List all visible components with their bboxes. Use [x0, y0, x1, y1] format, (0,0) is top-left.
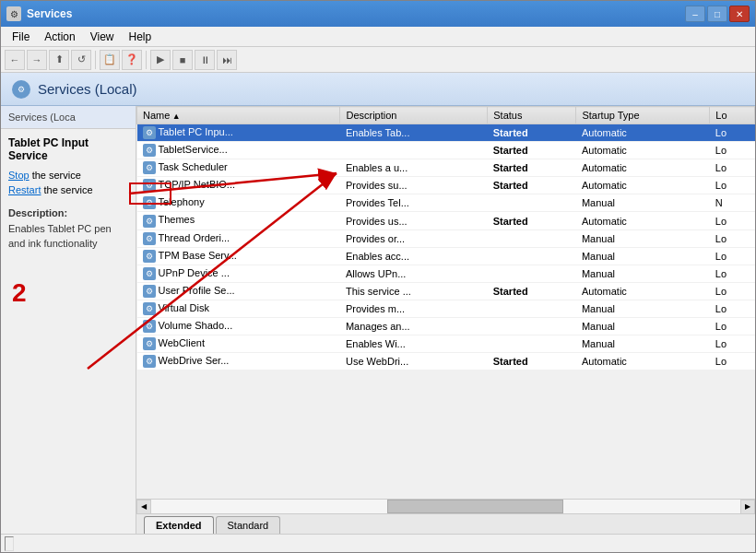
up-button[interactable]: ⬆: [49, 50, 69, 70]
cell-status: Started: [488, 142, 576, 159]
right-pane: Name Description Status Startup Type Lo …: [136, 106, 755, 534]
info-button[interactable]: ❓: [122, 50, 142, 70]
description-title: Description:: [8, 206, 128, 220]
scroll-track[interactable]: [151, 500, 740, 513]
cell-startup: Manual: [576, 335, 710, 353]
minimize-button[interactable]: –: [685, 6, 705, 22]
content-header: ⚙ Services (Local): [1, 73, 755, 106]
service-icon: ⚙: [143, 250, 156, 263]
menu-action[interactable]: Action: [37, 29, 82, 45]
toolbar: ← → ⬆ ↺ 📋 ❓ ▶ ■ ⏸ ⏭: [1, 47, 755, 73]
cell-name: ⚙WebDrive Ser...: [137, 353, 340, 371]
cell-name: ⚙TabletService...: [137, 142, 340, 159]
scroll-right-button[interactable]: ▶: [740, 500, 755, 514]
cell-startup: Manual: [576, 318, 710, 335]
horizontal-scrollbar[interactable]: ◀ ▶: [136, 499, 755, 513]
cell-description: Provides m...: [340, 300, 488, 317]
menu-help[interactable]: Help: [122, 29, 159, 45]
col-status[interactable]: Status: [488, 107, 576, 124]
col-name[interactable]: Name: [137, 107, 340, 124]
cell-description: Provides su...: [340, 177, 488, 194]
pause-service-button[interactable]: ⏸: [195, 50, 215, 70]
cell-logon: Lo: [710, 335, 755, 353]
cell-status: Started: [488, 212, 576, 229]
cell-description: Provides or...: [340, 229, 488, 247]
menu-file[interactable]: File: [5, 29, 37, 45]
col-description[interactable]: Description: [340, 107, 488, 124]
start-service-button[interactable]: ▶: [150, 50, 171, 70]
cell-logon: Lo: [710, 353, 755, 371]
table-row[interactable]: ⚙Tablet PC Inpu...Enables Tab...StartedA…: [137, 124, 755, 142]
scroll-thumb[interactable]: [387, 500, 564, 513]
cell-description: This service ...: [340, 282, 488, 300]
view-button[interactable]: 📋: [100, 50, 120, 70]
close-button[interactable]: ✕: [729, 6, 750, 22]
service-icon: ⚙: [143, 196, 156, 209]
description-text: Enables Tablet PC pen and ink functional…: [8, 223, 112, 248]
stop-link[interactable]: Stop: [8, 170, 30, 181]
refresh-button[interactable]: ↺: [71, 50, 91, 70]
table-row[interactable]: ⚙WebDrive Ser...Use WebDri...StartedAuto…: [137, 353, 755, 371]
col-logon[interactable]: Lo: [710, 107, 755, 124]
table-row[interactable]: ⚙Thread Orderi...Provides or...ManualLo: [137, 229, 755, 247]
cell-startup: Manual: [576, 265, 710, 282]
cell-logon: Lo: [710, 229, 755, 247]
cell-logon: Lo: [710, 142, 755, 159]
table-row[interactable]: ⚙WebClientEnables Wi...ManualLo: [137, 335, 755, 353]
cell-name: ⚙WebClient: [137, 335, 340, 353]
table-row[interactable]: ⚙TPM Base Serv...Enables acc...ManualLo: [137, 247, 755, 265]
cell-startup: Manual: [576, 300, 710, 317]
content-title: Services (Local): [38, 81, 137, 97]
scroll-left-button[interactable]: ◀: [136, 500, 151, 514]
stop-service-button[interactable]: ■: [172, 50, 193, 70]
table-row[interactable]: ⚙ThemesProvides us...StartedAutomaticLo: [137, 212, 755, 229]
cell-logon: Lo: [710, 318, 755, 335]
cell-name: ⚙TPM Base Serv...: [137, 247, 340, 265]
restart-action-line: Restart the service: [8, 184, 128, 195]
title-bar: ⚙ Services – □ ✕: [1, 1, 755, 27]
services-list: Name Description Status Startup Type Lo …: [136, 106, 755, 371]
sidebar: Services (Loca Tablet PC Input Service S…: [1, 106, 136, 534]
cell-description: [340, 142, 488, 159]
cell-logon: Lo: [710, 300, 755, 317]
restart-action-suffix: the service: [43, 184, 92, 195]
cell-status: Started: [488, 177, 576, 194]
col-startup[interactable]: Startup Type: [576, 107, 710, 124]
cell-description: Manages an...: [340, 318, 488, 335]
table-row[interactable]: ⚙UPnP Device ...Allows UPn...ManualLo: [137, 265, 755, 282]
window-title: Services: [27, 7, 679, 20]
menu-view[interactable]: View: [83, 29, 122, 45]
cell-logon: Lo: [710, 124, 755, 142]
sidebar-content: Tablet PC Input Service Stop the service…: [1, 129, 136, 534]
status-bar: [1, 534, 755, 552]
cell-status: [488, 318, 576, 335]
table-row[interactable]: ⚙Task SchedulerEnables a u...StartedAuto…: [137, 159, 755, 177]
table-row[interactable]: ⚙TabletService...StartedAutomaticLo: [137, 142, 755, 159]
forward-button[interactable]: →: [27, 50, 47, 70]
stop-action-suffix: the service: [32, 170, 81, 181]
table-row[interactable]: ⚙TelephonyProvides Tel...ManualN: [137, 194, 755, 212]
maximize-button[interactable]: □: [707, 6, 727, 22]
service-icon: ⚙: [143, 355, 156, 368]
services-table[interactable]: Name Description Status Startup Type Lo …: [136, 106, 755, 499]
cell-status: Started: [488, 124, 576, 142]
restart-link[interactable]: Restart: [8, 184, 41, 195]
table-row[interactable]: ⚙TCP/IP NetBIO...Provides su...StartedAu…: [137, 177, 755, 194]
cell-name: ⚙TCP/IP NetBIO...: [137, 177, 340, 194]
table-row[interactable]: ⚙Volume Shado...Manages an...ManualLo: [137, 318, 755, 335]
restart-service-button[interactable]: ⏭: [217, 50, 237, 70]
cell-startup: Automatic: [576, 142, 710, 159]
tab-standard[interactable]: Standard: [216, 516, 281, 534]
tab-extended[interactable]: Extended: [144, 516, 214, 534]
main-content: ⚙ Services (Local) Services (Loca Tablet…: [1, 73, 755, 534]
cell-status: [488, 229, 576, 247]
table-row[interactable]: ⚙Virtual DiskProvides m...ManualLo: [137, 300, 755, 317]
cell-description: Enables Wi...: [340, 335, 488, 353]
service-icon: ⚙: [143, 302, 156, 315]
table-row[interactable]: ⚙User Profile Se...This service ...Start…: [137, 282, 755, 300]
cell-startup: Automatic: [576, 177, 710, 194]
cell-logon: Lo: [710, 247, 755, 265]
back-button[interactable]: ←: [5, 50, 25, 70]
table-body: ⚙Tablet PC Inpu...Enables Tab...StartedA…: [137, 124, 755, 371]
cell-status: [488, 335, 576, 353]
